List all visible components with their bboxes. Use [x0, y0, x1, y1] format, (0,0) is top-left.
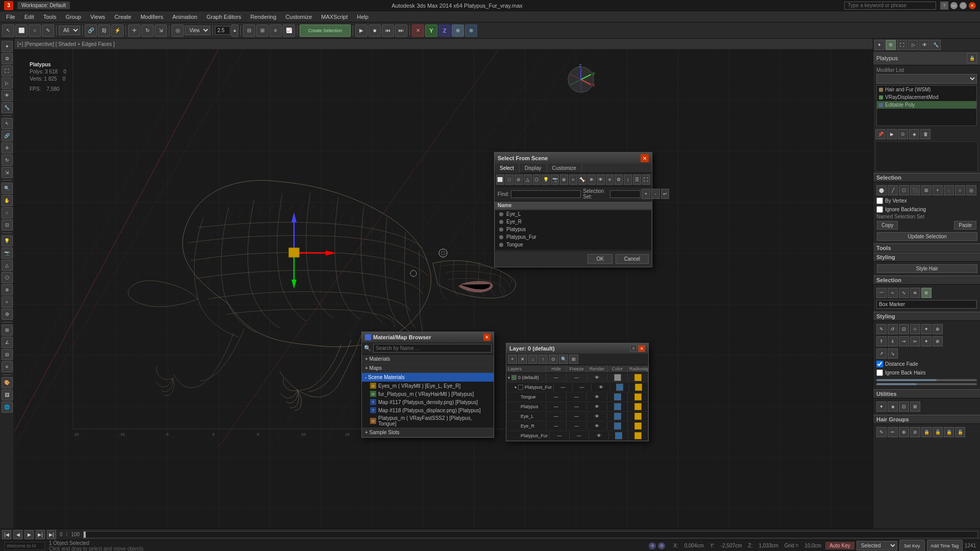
cp-ring-icon[interactable]: ◎	[966, 185, 976, 195]
cp-hair-tool2[interactable]: ↺	[888, 324, 898, 334]
menu-edit[interactable]: Edit	[20, 13, 38, 21]
sfs-layers-btn[interactable]: ≡	[606, 174, 614, 185]
cp-hg5[interactable]: 🔒	[921, 427, 932, 437]
ld-layer-row-platypus[interactable]: Platypus — — 👁	[506, 402, 648, 412]
align-tool[interactable]: ⊞	[256, 24, 268, 37]
sfs-shapes-btn[interactable]: ⬡	[533, 174, 541, 185]
cp-motion-icon[interactable]: ▷	[908, 40, 918, 50]
cp-mod-editable-poly[interactable]: Editable Poly	[877, 101, 976, 109]
maximize-button[interactable]: □	[960, 2, 967, 9]
lt-move[interactable]: ✛	[2, 142, 13, 154]
z-axis-btn[interactable]: Z	[438, 24, 451, 37]
ld-sel-layer-btn[interactable]: ↑	[538, 355, 548, 364]
sfs-selset-btn3[interactable]: ↩	[661, 189, 670, 199]
cp-shrink-icon[interactable]: -	[944, 185, 954, 195]
cp-modifier-dropdown[interactable]	[876, 74, 977, 84]
tl-track[interactable]	[83, 531, 978, 538]
y-axis-btn[interactable]: Y	[425, 24, 437, 37]
cp-copy-button[interactable]: Copy	[877, 221, 898, 230]
cp-hair-icon1[interactable]: 〰	[876, 288, 887, 298]
mmb-close-button[interactable]: ✕	[483, 334, 491, 341]
sfs-selset-input[interactable]	[610, 190, 641, 198]
sfs-tab-display[interactable]: Display	[520, 164, 547, 172]
workspace-dropdown[interactable]: Workspace: Default	[17, 2, 70, 9]
lasso-tool[interactable]: ○	[29, 24, 41, 37]
lt-render[interactable]: 🖼	[2, 389, 13, 400]
ld-new-layer-btn[interactable]: +	[508, 355, 517, 364]
cp-modify-icon[interactable]: ⚙	[886, 40, 896, 50]
lt-pan[interactable]: ✋	[2, 195, 13, 206]
ld-delete-btn[interactable]: ✕	[518, 355, 527, 364]
cp-hierarchy-icon[interactable]: ⛶	[897, 40, 907, 50]
cp-poly-icon[interactable]: ⬛	[910, 185, 920, 195]
lt-orbit[interactable]: ○	[2, 207, 13, 218]
ld-layer-row-default[interactable]: ▾ 0 (default) — — 👁	[506, 373, 648, 383]
cp-util4[interactable]: ⊞	[910, 402, 920, 412]
search-input[interactable]	[844, 2, 936, 10]
select-tool[interactable]: ↖	[2, 24, 14, 37]
ld-radiosity-swatch[interactable]	[634, 374, 642, 381]
close-button[interactable]: ✕	[969, 2, 976, 9]
cp-mod-hair[interactable]: Hair and Fur (WSM)	[877, 86, 976, 93]
cp-util1[interactable]: ✦	[876, 402, 887, 412]
percent-input[interactable]: 2.5	[215, 26, 230, 35]
mmb-item-map118[interactable]: T Map #118 (Platypus_displace.png) [Plat…	[362, 406, 494, 414]
menu-tools[interactable]: Tools	[39, 13, 61, 21]
menu-file[interactable]: File	[2, 13, 19, 21]
mmb-sample-slots-section[interactable]: + Sample Slots	[362, 428, 494, 437]
mmb-item-map117[interactable]: T Map #117 (Platypus_density.png) [Platy…	[362, 398, 494, 406]
sfs-item-platypus-fur[interactable]: Platypus_Fur	[495, 233, 651, 241]
sfs-item-eye-r[interactable]: Eye_R	[495, 218, 651, 226]
sfs-spacewarps-btn[interactable]: ≈	[569, 174, 577, 185]
ld-eye-r-radiosity[interactable]	[634, 422, 642, 430]
sfs-sort-btn[interactable]: ↕	[624, 174, 632, 185]
cp-loop-icon[interactable]: ○	[955, 185, 965, 195]
select-rotate[interactable]: ↻	[141, 24, 154, 37]
cp-slider1[interactable]	[876, 379, 977, 381]
motion-btn[interactable]: ▷	[2, 78, 13, 89]
status-set-key-btn[interactable]: Set Key	[899, 540, 925, 552]
ld-platypus-radiosity[interactable]	[634, 403, 642, 410]
mmb-scene-materials-section[interactable]: - Scene Materials	[362, 373, 494, 382]
sfs-ok-button[interactable]: OK	[587, 254, 612, 264]
cp-lock-icon[interactable]: 🔒	[967, 53, 977, 63]
ld-set-current-btn[interactable]: ⊙	[549, 355, 558, 364]
tl-next-btn[interactable]: ▶|	[47, 530, 56, 539]
cp-hair-tool6[interactable]: ⊕	[933, 324, 943, 334]
cp-show-end-icon[interactable]: ▶	[887, 129, 897, 139]
cp-hair-icon2[interactable]: ≈	[888, 288, 898, 298]
reference-coord[interactable]: ◎	[172, 24, 184, 37]
menu-create[interactable]: Create	[110, 13, 135, 21]
bind-tool[interactable]: ⚡	[111, 24, 124, 37]
cp-create-icon[interactable]: ✦	[874, 40, 885, 50]
sfs-hidden-btn[interactable]: 👁	[597, 174, 605, 185]
menu-maxscript[interactable]: MAXScript	[317, 13, 352, 21]
cp-update-selection-button[interactable]: Update Selection	[877, 232, 977, 241]
create-panel-btn[interactable]: ✦	[2, 41, 13, 52]
tl-step-back-btn[interactable]: ◀	[13, 530, 22, 539]
paint-tool[interactable]: ✎	[42, 24, 54, 37]
ld-layer-row-eye-r[interactable]: Eye_R — — 👁	[506, 421, 648, 431]
sfs-object-list[interactable]: Eye_L Eye_R Platypus Platypus_Fur Tongue	[495, 210, 652, 251]
cp-hg3[interactable]: ⊕	[899, 427, 909, 437]
ld-tongue-color[interactable]	[614, 393, 621, 400]
sfs-bones-btn[interactable]: 🦴	[578, 174, 586, 185]
menu-customize[interactable]: Customize	[281, 13, 316, 21]
help-icon[interactable]: ?	[940, 2, 948, 10]
lt-angle-snap[interactable]: ∠	[2, 337, 13, 348]
axis-extra-btn[interactable]: ⊗	[465, 24, 477, 37]
snap-icon[interactable]: ⊕	[649, 542, 656, 549]
lt-environment[interactable]: 🌐	[2, 402, 13, 413]
status-add-time-tag[interactable]: Add Time Tag	[927, 540, 963, 552]
lt-helpers[interactable]: ⊕	[2, 284, 13, 295]
ld-eye-l-radiosity[interactable]	[634, 413, 642, 420]
select-region-tool[interactable]: ⬜	[15, 24, 28, 37]
cp-utilities-icon[interactable]: 🔧	[930, 40, 941, 50]
cp-hg6[interactable]: 🔓	[933, 427, 943, 437]
cp-hair-tool7[interactable]: ⇑	[876, 336, 887, 346]
cp-util3[interactable]: ⊡	[899, 402, 909, 412]
lt-cameras[interactable]: 📷	[2, 247, 13, 259]
lt-align[interactable]: ≡	[2, 361, 13, 372]
sfs-hier-btn[interactable]: ⛶	[642, 174, 650, 185]
cp-ignore-backfacing-input[interactable]	[876, 206, 883, 213]
